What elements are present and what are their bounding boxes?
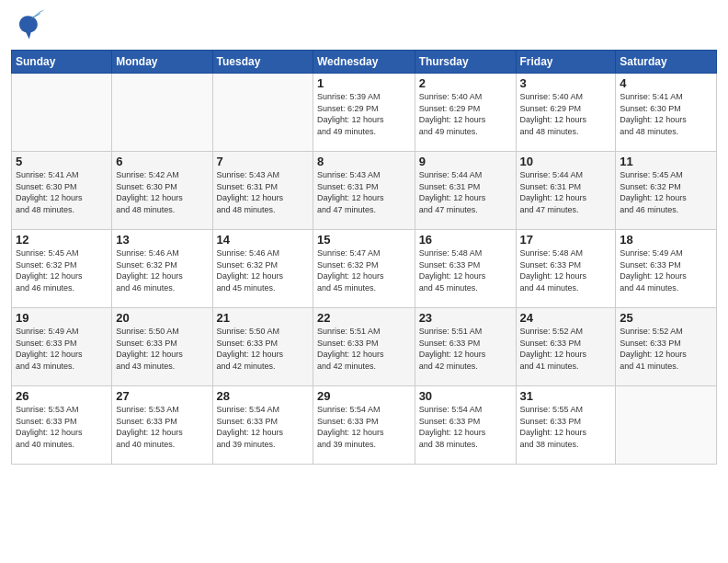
day-info: Sunrise: 5:48 AM Sunset: 6:33 PM Dayligh…: [419, 247, 512, 293]
calendar-cell: [212, 74, 313, 152]
calendar-cell: 14Sunrise: 5:46 AM Sunset: 6:32 PM Dayli…: [212, 230, 313, 308]
day-number: 17: [520, 233, 612, 247]
day-info: Sunrise: 5:47 AM Sunset: 6:32 PM Dayligh…: [317, 247, 411, 293]
day-number: 5: [16, 155, 108, 168]
day-info: Sunrise: 5:45 AM Sunset: 6:32 PM Dayligh…: [16, 247, 108, 293]
day-info: Sunrise: 5:45 AM Sunset: 6:32 PM Dayligh…: [620, 169, 712, 215]
day-number: 30: [419, 389, 512, 403]
calendar-cell: 5Sunrise: 5:41 AM Sunset: 6:30 PM Daylig…: [12, 152, 112, 230]
day-number: 20: [116, 311, 208, 325]
calendar-cell: [12, 74, 112, 152]
calendar-cell: 10Sunrise: 5:44 AM Sunset: 6:31 PM Dayli…: [516, 152, 616, 230]
day-info: Sunrise: 5:44 AM Sunset: 6:31 PM Dayligh…: [419, 169, 512, 215]
logo: [11, 9, 46, 42]
calendar-cell: 27Sunrise: 5:53 AM Sunset: 6:33 PM Dayli…: [112, 386, 212, 465]
calendar-cell: 12Sunrise: 5:45 AM Sunset: 6:32 PM Dayli…: [12, 230, 112, 308]
calendar-cell: 24Sunrise: 5:52 AM Sunset: 6:33 PM Dayli…: [516, 308, 616, 386]
day-number: 6: [116, 155, 208, 168]
weekday-header-row: SundayMondayTuesdayWednesdayThursdayFrid…: [12, 51, 717, 74]
day-number: 11: [620, 155, 712, 168]
calendar-cell: 22Sunrise: 5:51 AM Sunset: 6:33 PM Dayli…: [313, 308, 415, 386]
day-number: 15: [317, 233, 411, 247]
day-info: Sunrise: 5:46 AM Sunset: 6:32 PM Dayligh…: [116, 247, 208, 293]
calendar-cell: 28Sunrise: 5:54 AM Sunset: 6:33 PM Dayli…: [212, 386, 313, 465]
day-info: Sunrise: 5:41 AM Sunset: 6:30 PM Dayligh…: [620, 91, 712, 137]
day-info: Sunrise: 5:51 AM Sunset: 6:33 PM Dayligh…: [419, 326, 512, 372]
calendar-cell: 15Sunrise: 5:47 AM Sunset: 6:32 PM Dayli…: [313, 230, 415, 308]
calendar-cell: 30Sunrise: 5:54 AM Sunset: 6:33 PM Dayli…: [415, 386, 516, 465]
calendar-cell: 19Sunrise: 5:49 AM Sunset: 6:33 PM Dayli…: [12, 308, 112, 386]
day-number: 27: [116, 389, 208, 403]
day-info: Sunrise: 5:54 AM Sunset: 6:33 PM Dayligh…: [217, 404, 309, 450]
calendar-week-4: 19Sunrise: 5:49 AM Sunset: 6:33 PM Dayli…: [12, 308, 717, 386]
calendar-cell: 31Sunrise: 5:55 AM Sunset: 6:33 PM Dayli…: [516, 386, 616, 465]
day-info: Sunrise: 5:49 AM Sunset: 6:33 PM Dayligh…: [16, 326, 108, 372]
calendar-week-1: 1Sunrise: 5:39 AM Sunset: 6:29 PM Daylig…: [12, 74, 717, 152]
day-number: 14: [217, 233, 309, 247]
calendar-week-3: 12Sunrise: 5:45 AM Sunset: 6:32 PM Dayli…: [12, 230, 717, 308]
weekday-header-wednesday: Wednesday: [313, 51, 415, 74]
day-info: Sunrise: 5:43 AM Sunset: 6:31 PM Dayligh…: [217, 169, 309, 215]
day-info: Sunrise: 5:40 AM Sunset: 6:29 PM Dayligh…: [520, 91, 612, 137]
weekday-header-saturday: Saturday: [616, 51, 717, 74]
calendar-cell: 2Sunrise: 5:40 AM Sunset: 6:29 PM Daylig…: [415, 74, 516, 152]
calendar-cell: [112, 74, 212, 152]
day-number: 12: [16, 233, 108, 247]
day-info: Sunrise: 5:40 AM Sunset: 6:29 PM Dayligh…: [419, 91, 512, 137]
calendar-cell: 4Sunrise: 5:41 AM Sunset: 6:30 PM Daylig…: [616, 74, 717, 152]
calendar-cell: 9Sunrise: 5:44 AM Sunset: 6:31 PM Daylig…: [415, 152, 516, 230]
day-info: Sunrise: 5:41 AM Sunset: 6:30 PM Dayligh…: [16, 169, 108, 215]
calendar-cell: 20Sunrise: 5:50 AM Sunset: 6:33 PM Dayli…: [112, 308, 212, 386]
day-number: 10: [520, 155, 612, 168]
calendar-cell: 1Sunrise: 5:39 AM Sunset: 6:29 PM Daylig…: [313, 74, 415, 152]
day-number: 25: [620, 311, 712, 325]
weekday-header-thursday: Thursday: [415, 51, 516, 74]
calendar-cell: 13Sunrise: 5:46 AM Sunset: 6:32 PM Dayli…: [112, 230, 212, 308]
calendar-cell: 16Sunrise: 5:48 AM Sunset: 6:33 PM Dayli…: [415, 230, 516, 308]
calendar-cell: 6Sunrise: 5:42 AM Sunset: 6:30 PM Daylig…: [112, 152, 212, 230]
day-number: 3: [520, 76, 612, 90]
calendar-week-2: 5Sunrise: 5:41 AM Sunset: 6:30 PM Daylig…: [12, 152, 717, 230]
day-info: Sunrise: 5:48 AM Sunset: 6:33 PM Dayligh…: [520, 247, 612, 293]
logo-icon: [11, 9, 44, 42]
day-number: 9: [419, 155, 512, 168]
day-info: Sunrise: 5:44 AM Sunset: 6:31 PM Dayligh…: [520, 169, 612, 215]
calendar-cell: 7Sunrise: 5:43 AM Sunset: 6:31 PM Daylig…: [212, 152, 313, 230]
day-info: Sunrise: 5:55 AM Sunset: 6:33 PM Dayligh…: [520, 404, 612, 450]
day-number: 28: [217, 389, 309, 403]
day-number: 16: [419, 233, 512, 247]
day-number: 13: [116, 233, 208, 247]
day-info: Sunrise: 5:53 AM Sunset: 6:33 PM Dayligh…: [116, 404, 208, 450]
day-number: 7: [217, 155, 309, 168]
day-info: Sunrise: 5:54 AM Sunset: 6:33 PM Dayligh…: [317, 404, 411, 450]
calendar-table: SundayMondayTuesdayWednesdayThursdayFrid…: [11, 50, 717, 465]
calendar-cell: 29Sunrise: 5:54 AM Sunset: 6:33 PM Dayli…: [313, 386, 415, 465]
calendar-cell: 8Sunrise: 5:43 AM Sunset: 6:31 PM Daylig…: [313, 152, 415, 230]
weekday-header-sunday: Sunday: [12, 51, 112, 74]
day-info: Sunrise: 5:46 AM Sunset: 6:32 PM Dayligh…: [217, 247, 309, 293]
weekday-header-friday: Friday: [516, 51, 616, 74]
day-number: 4: [620, 76, 712, 90]
page-container: SundayMondayTuesdayWednesdayThursdayFrid…: [0, 0, 728, 472]
day-number: 2: [419, 76, 512, 90]
calendar-cell: 25Sunrise: 5:52 AM Sunset: 6:33 PM Dayli…: [616, 308, 717, 386]
day-number: 29: [317, 389, 411, 403]
calendar-cell: [616, 386, 717, 465]
day-number: 26: [16, 389, 108, 403]
day-info: Sunrise: 5:50 AM Sunset: 6:33 PM Dayligh…: [217, 326, 309, 372]
page-header: [11, 9, 717, 42]
day-number: 19: [16, 311, 108, 325]
day-number: 23: [419, 311, 512, 325]
weekday-header-monday: Monday: [112, 51, 212, 74]
day-number: 24: [520, 311, 612, 325]
calendar-cell: 26Sunrise: 5:53 AM Sunset: 6:33 PM Dayli…: [12, 386, 112, 465]
day-number: 31: [520, 389, 612, 403]
calendar-cell: 17Sunrise: 5:48 AM Sunset: 6:33 PM Dayli…: [516, 230, 616, 308]
day-info: Sunrise: 5:51 AM Sunset: 6:33 PM Dayligh…: [317, 326, 411, 372]
day-info: Sunrise: 5:52 AM Sunset: 6:33 PM Dayligh…: [520, 326, 612, 372]
calendar-cell: 18Sunrise: 5:49 AM Sunset: 6:33 PM Dayli…: [616, 230, 717, 308]
day-info: Sunrise: 5:53 AM Sunset: 6:33 PM Dayligh…: [16, 404, 108, 450]
day-number: 8: [317, 155, 411, 168]
day-info: Sunrise: 5:52 AM Sunset: 6:33 PM Dayligh…: [620, 326, 712, 372]
day-info: Sunrise: 5:39 AM Sunset: 6:29 PM Dayligh…: [317, 91, 411, 137]
